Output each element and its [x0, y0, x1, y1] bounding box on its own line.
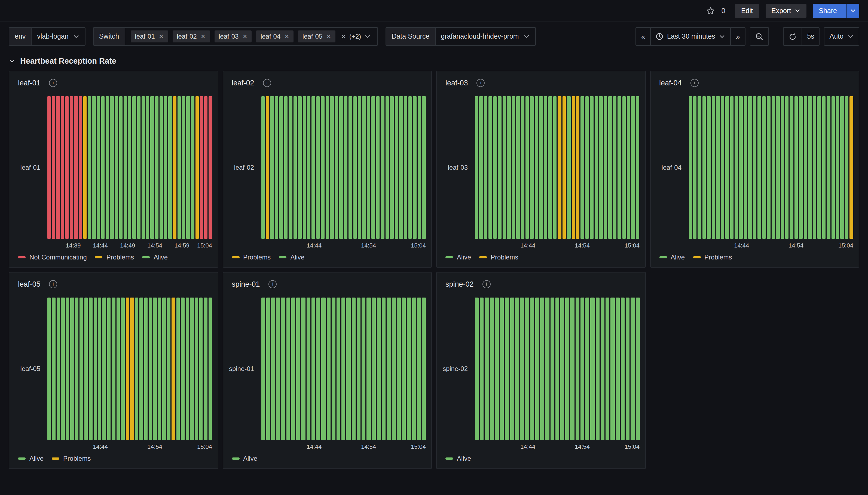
state-bar[interactable]	[128, 96, 131, 239]
state-bar[interactable]	[413, 96, 416, 239]
edit-button[interactable]: Edit	[735, 3, 759, 18]
state-bar[interactable]	[160, 96, 163, 239]
state-bar[interactable]	[590, 96, 593, 239]
state-bar[interactable]	[167, 297, 171, 440]
remove-icon[interactable]: ✕	[284, 33, 289, 39]
share-button[interactable]: Share	[813, 3, 859, 18]
state-bar[interactable]	[567, 96, 570, 239]
state-bar[interactable]	[271, 96, 274, 239]
state-bar[interactable]	[164, 96, 167, 239]
remove-icon[interactable]: ✕	[326, 33, 331, 39]
state-bar[interactable]	[795, 96, 798, 239]
state-bar[interactable]	[312, 96, 315, 239]
state-bar[interactable]	[730, 96, 734, 239]
state-bar[interactable]	[412, 297, 416, 440]
remove-icon[interactable]: ✕	[201, 33, 206, 39]
panel-header[interactable]: spine-01i	[228, 277, 426, 291]
time-shift-back-button[interactable]: «	[636, 27, 651, 46]
state-bar[interactable]	[530, 96, 534, 239]
state-bar[interactable]	[485, 297, 489, 440]
legend-item[interactable]: Alive	[18, 455, 44, 462]
state-bar[interactable]	[124, 96, 127, 239]
state-bar[interactable]	[322, 297, 325, 440]
state-bar[interactable]	[200, 96, 203, 239]
state-bar[interactable]	[616, 297, 619, 440]
state-bar[interactable]	[735, 96, 738, 239]
state-bar[interactable]	[512, 96, 515, 239]
legend-item[interactable]: Alive	[659, 254, 685, 261]
state-bar[interactable]	[321, 96, 325, 239]
state-bar[interactable]	[601, 297, 604, 440]
status-history-chart[interactable]	[261, 297, 426, 440]
info-icon[interactable]: i	[49, 280, 58, 288]
state-bar[interactable]	[739, 96, 743, 239]
state-bar[interactable]	[540, 297, 544, 440]
state-bar[interactable]	[103, 297, 106, 440]
state-bar[interactable]	[599, 96, 603, 239]
legend-item[interactable]: Problems	[232, 254, 271, 261]
state-bar[interactable]	[604, 96, 607, 239]
state-bar[interactable]	[402, 297, 406, 440]
state-bar[interactable]	[186, 96, 190, 239]
state-bar[interactable]	[311, 297, 315, 440]
state-bar[interactable]	[276, 297, 280, 440]
status-history-chart[interactable]	[475, 297, 640, 440]
state-bar[interactable]	[168, 96, 172, 239]
refresh-button[interactable]	[783, 27, 802, 46]
state-bar[interactable]	[377, 297, 381, 440]
state-bar[interactable]	[417, 297, 421, 440]
state-bar[interactable]	[771, 96, 775, 239]
state-bar[interactable]	[204, 96, 208, 239]
state-bar[interactable]	[74, 96, 78, 239]
state-bar[interactable]	[281, 297, 285, 440]
state-bar[interactable]	[817, 96, 821, 239]
state-bar[interactable]	[353, 96, 357, 239]
state-bar[interactable]	[749, 96, 752, 239]
state-bar[interactable]	[500, 297, 504, 440]
state-bar[interactable]	[93, 297, 97, 440]
state-bar[interactable]	[144, 297, 148, 440]
state-bar[interactable]	[358, 96, 361, 239]
state-bar[interactable]	[585, 297, 589, 440]
state-bar[interactable]	[408, 96, 412, 239]
state-bar[interactable]	[382, 297, 386, 440]
state-bar[interactable]	[845, 96, 849, 239]
state-bar[interactable]	[191, 96, 194, 239]
state-bar[interactable]	[158, 297, 162, 440]
switch-chip[interactable]: leaf-02 ✕	[173, 31, 210, 42]
state-bar[interactable]	[525, 96, 529, 239]
state-bar[interactable]	[525, 297, 529, 440]
state-bar[interactable]	[372, 297, 375, 440]
state-bar[interactable]	[493, 96, 497, 239]
state-bar[interactable]	[204, 297, 208, 440]
state-bar[interactable]	[97, 96, 100, 239]
state-bar[interactable]	[826, 96, 830, 239]
state-bar[interactable]	[153, 297, 157, 440]
state-bar[interactable]	[622, 96, 626, 239]
legend-item[interactable]: Alive	[445, 455, 471, 462]
state-bar[interactable]	[390, 96, 393, 239]
panel-header[interactable]: leaf-01i	[15, 75, 212, 90]
legend-item[interactable]: Alive	[279, 254, 305, 261]
state-bar[interactable]	[813, 96, 816, 239]
state-bar[interactable]	[763, 96, 766, 239]
state-bar[interactable]	[101, 96, 104, 239]
state-bar[interactable]	[362, 96, 366, 239]
state-bar[interactable]	[316, 297, 320, 440]
status-history-chart[interactable]	[47, 96, 212, 239]
state-bar[interactable]	[176, 297, 180, 440]
state-bar[interactable]	[808, 96, 812, 239]
state-bar[interactable]	[80, 297, 83, 440]
state-bar[interactable]	[284, 96, 288, 239]
state-bar[interactable]	[79, 96, 82, 239]
state-bar[interactable]	[316, 96, 320, 239]
state-bar[interactable]	[397, 297, 401, 440]
state-bar[interactable]	[66, 297, 69, 440]
state-bar[interactable]	[381, 96, 384, 239]
zoom-out-button[interactable]	[750, 27, 769, 46]
state-bar[interactable]	[502, 96, 506, 239]
state-bar[interactable]	[70, 297, 74, 440]
state-bar[interactable]	[126, 297, 129, 440]
state-bar[interactable]	[776, 96, 780, 239]
state-bar[interactable]	[702, 96, 706, 239]
